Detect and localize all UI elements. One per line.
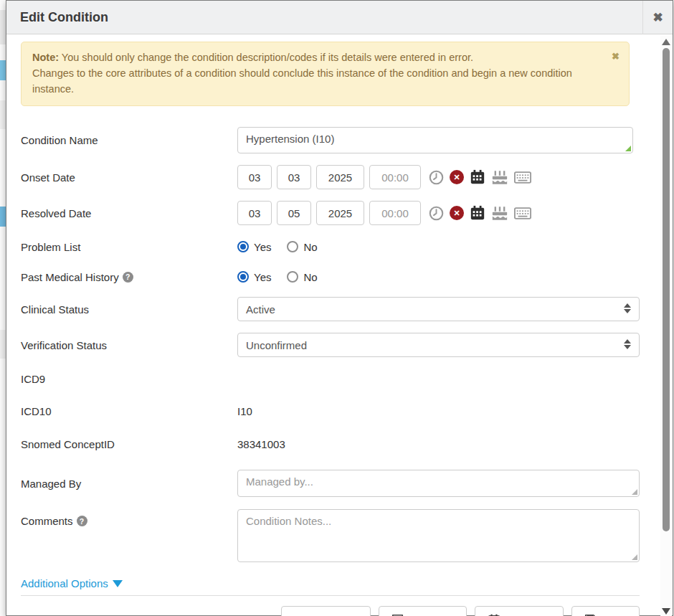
resolved-year-input[interactable]: 2025	[316, 201, 364, 225]
onset-date-label: Onset Date	[21, 171, 237, 184]
problem-list-radios: Yes No	[237, 241, 318, 253]
resolved-day-input[interactable]: 03	[237, 201, 272, 225]
resolved-date-icons: ✕	[429, 205, 531, 221]
onset-time-input[interactable]: 00:00	[369, 165, 421, 189]
comments-label: Comments ?	[21, 515, 237, 527]
clinical-status-select[interactable]: Active	[237, 297, 640, 321]
resolved-time-input[interactable]: 00:00	[369, 201, 421, 225]
background-block	[0, 10, 6, 44]
select-arrows-icon	[624, 339, 631, 349]
dialog-footer: Resolve Now Add Note Add Task	[21, 606, 640, 616]
verification-status-label: Verification Status	[21, 339, 237, 351]
condition-name-row: Condition Name Hypertension (I10)	[21, 127, 640, 153]
background-block	[0, 330, 6, 359]
pmh-yes-label: Yes	[254, 271, 271, 283]
radio-unchecked-icon[interactable]	[287, 241, 298, 252]
calendar-icon[interactable]	[470, 169, 485, 185]
resize-handle-icon[interactable]	[625, 146, 631, 151]
managed-by-input[interactable]: Managed by...	[237, 470, 640, 497]
managed-by-label: Managed By	[21, 478, 237, 490]
scroll-down-icon[interactable]	[662, 608, 670, 615]
scroll-up-icon[interactable]	[662, 39, 670, 45]
warning-note-prefix: Note:	[32, 52, 59, 63]
help-icon[interactable]: ?	[123, 272, 133, 283]
onset-month-input[interactable]: 03	[277, 165, 311, 189]
warning-note-line2: Changes to the core attributes of a cond…	[32, 67, 572, 95]
help-icon[interactable]: ?	[77, 516, 87, 526]
comments-label-text: Comments	[21, 515, 73, 527]
radio-checked-icon[interactable]	[237, 271, 249, 283]
select-arrows-icon	[624, 303, 631, 313]
clinical-status-value: Active	[246, 303, 275, 316]
add-note-button[interactable]: Add Note	[379, 606, 467, 616]
pmh-yes-option[interactable]: Yes	[237, 271, 271, 283]
save-button[interactable]: Save	[571, 606, 640, 616]
pmh-no-label: No	[303, 271, 317, 283]
scrollbar-thumb[interactable]	[663, 48, 670, 531]
comments-placeholder: Condition Notes...	[246, 515, 331, 527]
problem-list-no-option[interactable]: No	[287, 241, 317, 253]
condition-name-label: Condition Name	[21, 134, 237, 146]
note-dismiss-icon[interactable]: ✖	[612, 49, 620, 64]
background-block	[0, 60, 6, 80]
modal-scrollbar[interactable]	[660, 35, 672, 616]
clock-icon[interactable]	[429, 170, 444, 185]
clear-date-icon[interactable]: ✕	[450, 170, 464, 184]
onset-year-input[interactable]: 2025	[316, 165, 364, 189]
past-medical-history-label: Past Medical History ?	[21, 271, 237, 283]
warning-note: Note: You should only change the conditi…	[21, 42, 630, 106]
additional-options-row: Additional Options	[21, 577, 640, 590]
resize-handle-icon[interactable]	[632, 554, 637, 560]
resolved-date-row: Resolved Date 03 05 2025 00:00 ✕	[21, 201, 640, 225]
background-page-strip	[0, 0, 6, 616]
pmh-no-option[interactable]: No	[287, 271, 317, 283]
close-icon[interactable]: ✖	[642, 1, 673, 34]
resize-handle-icon[interactable]	[632, 489, 637, 495]
managed-by-row: Managed By Managed by...	[21, 470, 640, 497]
onset-day-input[interactable]: 03	[237, 165, 272, 189]
resolve-now-button[interactable]: Resolve Now	[281, 606, 370, 616]
condition-name-input[interactable]: Hypertension (I10)	[237, 127, 633, 153]
icd10-value: I10	[237, 405, 252, 417]
edit-condition-dialog: Edit Condition ✖ Note: You should only c…	[6, 0, 673, 616]
problem-list-label: Problem List	[21, 241, 237, 253]
past-medical-history-row: Past Medical History ? Yes No	[21, 269, 640, 285]
past-medical-history-label-text: Past Medical History	[21, 271, 119, 283]
comments-row: Comments ? Condition Notes...	[21, 509, 640, 562]
calendar-icon[interactable]	[470, 205, 485, 221]
past-medical-history-radios: Yes No	[237, 271, 318, 283]
resolved-month-input[interactable]: 05	[277, 201, 311, 225]
radio-unchecked-icon[interactable]	[287, 271, 298, 283]
birthday-icon[interactable]	[491, 170, 508, 185]
keyboard-icon[interactable]	[514, 207, 531, 219]
clock-icon[interactable]	[429, 206, 444, 221]
clear-date-icon[interactable]: ✕	[450, 206, 464, 220]
problem-list-yes-option[interactable]: Yes	[237, 241, 271, 253]
background-block	[0, 207, 6, 227]
dialog-body: Note: You should only change the conditi…	[6, 34, 673, 616]
icd10-label: ICD10	[21, 405, 237, 417]
warning-note-text: Note: You should only change the conditi…	[32, 50, 604, 97]
dialog-title: Edit Condition	[6, 10, 642, 25]
resolved-date-label: Resolved Date	[21, 207, 237, 219]
additional-options-link[interactable]: Additional Options	[21, 577, 123, 589]
icd9-label: ICD9	[21, 373, 237, 385]
background-block	[0, 100, 6, 129]
clinical-status-label: Clinical Status	[21, 303, 237, 316]
add-task-button[interactable]: Add Task	[475, 606, 563, 616]
birthday-icon[interactable]	[491, 206, 508, 221]
verification-status-row: Verification Status Unconfirmed	[21, 333, 640, 357]
comments-input[interactable]: Condition Notes...	[237, 509, 640, 562]
warning-note-line1: You should only change the condition des…	[59, 52, 473, 63]
radio-checked-icon[interactable]	[237, 241, 249, 252]
icd9-row: ICD9	[21, 369, 640, 388]
icd10-row: ICD10 I10	[21, 402, 640, 420]
problem-list-no-label: No	[303, 241, 317, 253]
footer-divider	[21, 595, 640, 596]
verification-status-select[interactable]: Unconfirmed	[237, 333, 640, 357]
keyboard-icon[interactable]	[514, 171, 531, 184]
problem-list-row: Problem List Yes No	[21, 239, 640, 255]
onset-date-icons: ✕	[429, 169, 531, 185]
dialog-header: Edit Condition ✖	[6, 1, 673, 34]
chevron-down-icon	[113, 580, 123, 587]
